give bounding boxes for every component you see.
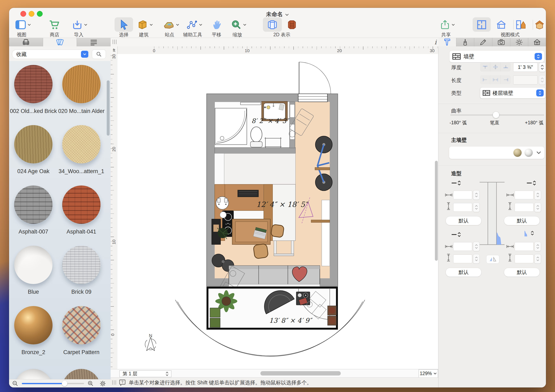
profile-height-field[interactable] xyxy=(515,203,533,212)
store-button[interactable] xyxy=(49,18,60,31)
default-button-bottom-left[interactable]: 默认 xyxy=(445,268,482,277)
default-button-top-left[interactable]: 默认 xyxy=(445,216,482,225)
tab-dimensions[interactable] xyxy=(438,38,456,46)
panel-drag-handle[interactable] xyxy=(113,40,117,44)
material-label: Asphalt-007 xyxy=(9,229,58,235)
profile-width-field[interactable] xyxy=(453,242,472,251)
default-button-top-right[interactable]: 默认 xyxy=(504,216,540,225)
statusbar-drag-handle[interactable] xyxy=(112,380,117,385)
length-field[interactable] xyxy=(513,75,538,84)
profile-width-field[interactable] xyxy=(515,242,533,251)
profile-height-field[interactable] xyxy=(515,255,533,263)
tab-list[interactable] xyxy=(77,38,111,46)
viewmode-3d-button[interactable] xyxy=(534,18,545,31)
repr2d-outline-button[interactable] xyxy=(267,18,278,31)
zoom-level-selector[interactable]: 129% xyxy=(419,369,438,377)
field-stepper[interactable] xyxy=(534,254,541,264)
zoom-tool-button[interactable] xyxy=(231,18,247,31)
material-swatch[interactable] xyxy=(62,306,101,344)
gear-icon[interactable] xyxy=(99,380,106,387)
wall-type-dropdown[interactable]: 楼层墙壁 xyxy=(480,87,546,98)
profile-width-field[interactable] xyxy=(453,191,472,199)
zoom-out-icon[interactable] xyxy=(12,380,19,387)
material-swatch[interactable] xyxy=(14,369,52,379)
curvature-slider-thumb[interactable] xyxy=(493,112,499,118)
profile-top-right-selector[interactable] xyxy=(526,180,538,186)
profile-bottom-left-selector[interactable] xyxy=(451,232,462,237)
length-align-control[interactable] xyxy=(480,75,511,84)
help-icon[interactable]: ? xyxy=(119,379,126,386)
window-title[interactable]: 未命名 xyxy=(9,10,546,18)
object-type-value: 墙壁 xyxy=(464,53,535,60)
thickness-align-control[interactable] xyxy=(480,62,511,72)
profile-height-field[interactable] xyxy=(453,255,472,263)
field-stepper[interactable] xyxy=(534,203,541,212)
balcony-dimension: 13′ 8″ × 4′ 9″ xyxy=(269,317,313,324)
tab-camera[interactable] xyxy=(492,38,510,46)
import-button[interactable] xyxy=(72,18,88,31)
material-swatch[interactable] xyxy=(62,65,101,103)
tab-building-props[interactable] xyxy=(528,38,546,46)
viewmode-2dplan-button[interactable] xyxy=(476,18,487,31)
main-wall-label: 主墙壁 xyxy=(451,137,467,143)
tab-furniture[interactable] xyxy=(9,38,43,46)
material-swatch[interactable] xyxy=(14,185,52,224)
materials-scrollbar[interactable] xyxy=(107,80,110,136)
profile-bottom-right-selector[interactable] xyxy=(524,229,534,237)
material-swatch[interactable] xyxy=(14,125,52,163)
thumbnail-size-slider-track[interactable] xyxy=(65,383,84,384)
field-stepper[interactable] xyxy=(473,254,480,264)
search-button[interactable] xyxy=(92,50,106,59)
aux-tools-button[interactable] xyxy=(187,18,203,31)
field-stepper[interactable] xyxy=(473,203,480,212)
material-swatch[interactable] xyxy=(62,185,101,224)
dropdown-chevron-button[interactable] xyxy=(81,51,88,58)
field-stepper[interactable] xyxy=(473,242,480,251)
field-stepper[interactable] xyxy=(534,190,541,200)
share-button[interactable] xyxy=(440,18,455,31)
profile-top-left-selector[interactable] xyxy=(451,180,462,186)
field-stepper[interactable] xyxy=(473,190,480,200)
profile-width-field[interactable] xyxy=(515,191,533,199)
ruler-label: 10 xyxy=(245,48,249,53)
material-swatch[interactable] xyxy=(14,65,52,103)
floor-plan-canvas[interactable]: 8′ 2″ × 4′ 3″ xyxy=(117,54,438,378)
bathroom[interactable]: 8′ 2″ × 4′ 3″ xyxy=(215,101,295,154)
material-swatch[interactable] xyxy=(62,369,101,379)
entry-door[interactable] xyxy=(298,62,331,102)
mirror-icon xyxy=(489,257,497,262)
profile-height-field[interactable] xyxy=(453,203,472,212)
tab-materials-inspector[interactable] xyxy=(456,38,474,46)
select-tool-button[interactable] xyxy=(120,18,129,31)
balcony[interactable]: 13′ 8″ × 4′ 9″ xyxy=(207,285,337,329)
default-button-bottom-right[interactable]: 默认 xyxy=(504,268,540,277)
pan-tool-button[interactable] xyxy=(212,18,222,31)
tab-edit[interactable] xyxy=(474,38,492,46)
material-swatch[interactable] xyxy=(62,125,101,163)
thickness-stepper[interactable] xyxy=(539,62,546,72)
vertical-scrollbar[interactable] xyxy=(435,161,438,261)
main-wall-material[interactable] xyxy=(449,147,544,159)
mirror-profile-button[interactable] xyxy=(486,255,499,264)
field-stepper[interactable] xyxy=(534,242,541,251)
view-button[interactable] xyxy=(15,18,31,31)
material-swatch[interactable] xyxy=(62,246,101,284)
height-icon xyxy=(508,202,512,210)
thumbnail-size-slider-thumb[interactable] xyxy=(62,381,67,386)
site-tool-button[interactable] xyxy=(163,18,179,31)
info-icon[interactable]: i xyxy=(434,39,437,46)
object-type-dropdown[interactable]: 墙壁 xyxy=(450,51,544,62)
floor-selector[interactable]: 第 1 层 xyxy=(119,370,171,377)
building-tool-button[interactable] xyxy=(137,18,153,31)
material-swatch[interactable] xyxy=(14,306,52,344)
viewmode-elevation-button[interactable] xyxy=(496,18,507,31)
repr2d-filled-button[interactable] xyxy=(287,18,297,31)
viewmode-split-button[interactable] xyxy=(515,18,526,31)
horizontal-scrollbar[interactable] xyxy=(260,371,341,376)
material-swatch[interactable] xyxy=(14,246,52,284)
thickness-field[interactable]: 1' 3 ⅜" xyxy=(513,63,538,72)
zoom-in-icon[interactable] xyxy=(87,380,94,387)
tab-materials[interactable] xyxy=(43,38,77,46)
tab-light[interactable] xyxy=(510,38,528,46)
category-dropdown[interactable]: 收藏 xyxy=(12,50,90,59)
